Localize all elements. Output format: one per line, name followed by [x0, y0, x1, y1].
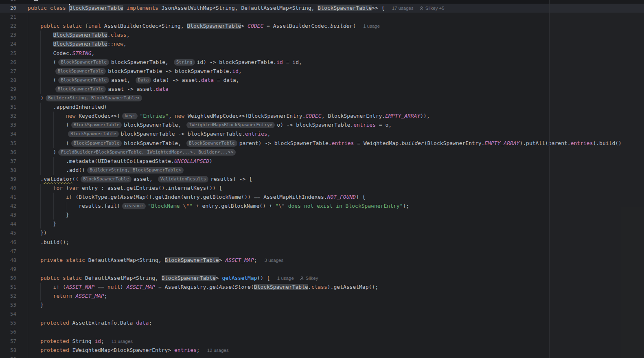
code-token[interactable]: ( — [53, 59, 57, 65]
inlay-type-hint-chip[interactable]: BlockSpawnerTable — [71, 122, 122, 128]
code-line[interactable]: 24BlockSpawnerTable::new, — [0, 40, 644, 48]
static-method-token[interactable]: getAssetMap — [110, 194, 145, 200]
code-token[interactable]: ).build() — [593, 140, 621, 146]
code-line[interactable]: 41if (BlockType.getAssetMap().getIndex(e… — [0, 193, 644, 202]
line-number[interactable]: 32 — [0, 112, 27, 121]
code-token[interactable]: .appendInherited( — [53, 104, 107, 110]
keyword-token[interactable]: null — [107, 284, 120, 290]
static-field-token[interactable]: STRING — [72, 50, 92, 56]
field-token[interactable]: data — [136, 320, 149, 326]
code-line-content[interactable]: BlockSpawnerTable.class, — [27, 31, 644, 40]
code-line-content[interactable]: )FieldBuilder<BlockSpawnerTable, IWeight… — [27, 148, 644, 157]
code-line-content[interactable]: new KeyedCodec<>(key:"Entries", new Weig… — [27, 112, 644, 121]
keyword-token[interactable]: for — [53, 185, 63, 191]
code-token[interactable]: ) — [120, 284, 127, 290]
code-token[interactable]: KeyedCodec<>( — [75, 113, 120, 119]
usages-annotation[interactable]: 3 usages — [265, 258, 284, 263]
code-token[interactable]: ).putAll(parent. — [519, 140, 570, 146]
code-token[interactable]: )), — [420, 113, 429, 119]
code-token[interactable] — [63, 257, 66, 263]
code-line-content[interactable] — [27, 247, 644, 256]
code-token[interactable]: results) -> { — [210, 176, 252, 182]
highlighted-identifier-token[interactable]: BlockSpawnerTable — [162, 275, 216, 281]
code-token[interactable]: . — [40, 176, 44, 182]
code-token[interactable]: ( — [353, 23, 356, 29]
code-token[interactable]: ).getAssetMap(); — [327, 284, 378, 290]
code-line[interactable]: 23BlockSpawnerTable.class, — [0, 31, 644, 40]
line-number[interactable]: 47 — [0, 247, 27, 256]
inlay-type-hint-chip[interactable]: ValidationResults — [158, 176, 209, 182]
line-number[interactable]: 50 — [0, 274, 27, 283]
code-line-content[interactable]: protected String id;11 usages — [27, 337, 644, 346]
inlay-type-hint-chip[interactable]: IWeightedMap<BlockSpawnerEntry> — [186, 122, 275, 128]
code-token[interactable]: ( — [53, 77, 57, 83]
code-line-content[interactable]: }) — [27, 228, 644, 237]
line-number[interactable]: 52 — [0, 292, 27, 301]
code-line[interactable]: 58protected IWeightedMap<BlockSpawnerEnt… — [0, 346, 644, 355]
code-token[interactable]: blockSpawnerTable, — [111, 59, 172, 65]
code-line[interactable]: 51if (ASSET_MAP == null) ASSET_MAP = Ass… — [0, 283, 644, 292]
code-line[interactable]: 55protected AssetExtraInfo.Data data; — [0, 318, 644, 327]
code-line[interactable]: 25Codec.STRING, — [0, 49, 644, 58]
usages-annotation[interactable]: 1 usage — [277, 276, 294, 281]
highlighted-identifier-token[interactable]: BlockSpawnerTable — [69, 5, 123, 11]
code-token[interactable]: blockSpawnerTable -> blockSpawnerTable. — [108, 68, 232, 74]
inlay-type-hint-chip[interactable]: String — [174, 59, 195, 66]
code-token[interactable]: > — [241, 23, 248, 29]
line-number[interactable]: 34 — [0, 130, 27, 138]
code-line[interactable]: 35(BlockSpawnerTableblockSpawnerTable, B… — [0, 139, 644, 148]
line-number[interactable]: 42 — [0, 202, 27, 211]
line-number[interactable]: 56 — [0, 327, 27, 336]
code-line[interactable]: 48private static DefaultAssetMap<String,… — [0, 256, 644, 265]
code-line-content[interactable]: (BlockSpawnerTableblockSpawnerTable, Blo… — [27, 139, 644, 148]
code-line-content[interactable]: .appendInherited( — [27, 103, 644, 112]
code-line[interactable]: 40for (var entry : asset.getEntries().in… — [0, 184, 644, 193]
code-token[interactable]: o) -> blockSpawnerTable. — [277, 122, 353, 128]
code-line-content[interactable]: protected IWeightedMap<BlockSpawnerEntry… — [27, 346, 644, 355]
line-number[interactable]: 28 — [0, 76, 27, 85]
code-line[interactable]: 21 — [0, 13, 644, 22]
code-token[interactable]: WeightedMapCodec<>(BlockSpawnerEntry. — [184, 113, 305, 119]
code-line[interactable]: 26(BlockSpawnerTableblockSpawnerTable, S… — [0, 58, 644, 67]
field-token[interactable]: entries — [332, 140, 354, 146]
code-token[interactable]: = o, — [376, 122, 392, 128]
code-token[interactable]: String — [69, 338, 95, 344]
code-line[interactable]: 53} — [0, 301, 644, 310]
inlay-type-hint-chip[interactable]: FieldBuilder<BlockSpawnerTable, IWeighte… — [58, 149, 236, 156]
code-line-content[interactable] — [27, 327, 644, 336]
inlay-type-hint-chip[interactable]: BlockSpawnerTable — [81, 176, 131, 182]
line-number[interactable]: 58 — [0, 346, 27, 355]
code-token[interactable]: , — [123, 41, 127, 47]
keyword-token[interactable]: static — [63, 275, 82, 281]
code-line[interactable]: 33(BlockSpawnerTableblockSpawnerTable, I… — [0, 121, 644, 130]
code-line[interactable]: 29BlockSpawnerTableasset -> asset.data — [0, 85, 644, 94]
code-line-content[interactable] — [27, 310, 644, 318]
usages-annotation[interactable]: 11 usages — [112, 339, 133, 344]
code-token[interactable]: >> { — [372, 5, 384, 11]
code-token[interactable]: asset -> asset. — [108, 86, 156, 92]
inlay-parameter-hint-chip[interactable]: key: — [122, 113, 138, 119]
code-token[interactable]: AssetBuilderCodec<String, — [101, 23, 187, 29]
static-field-token[interactable]: EMPTY_ARRAY — [385, 113, 420, 119]
author-annotation[interactable]: Slikey — [300, 276, 318, 281]
code-token[interactable]: results.fail( — [79, 203, 120, 209]
keyword-token[interactable]: new — [175, 113, 184, 119]
code-token[interactable]: ) — [53, 149, 57, 155]
code-token[interactable]: , — [267, 131, 271, 137]
code-line-content[interactable]: protected AssetExtraInfo.Data data; — [27, 318, 644, 327]
static-method-token[interactable]: builder — [402, 140, 424, 146]
keyword-token[interactable]: if — [53, 284, 60, 290]
line-number[interactable]: 48 — [0, 256, 27, 265]
code-token[interactable]: IWeightedMap<BlockSpawnerEntry> — [69, 347, 174, 353]
code-token[interactable]: (BlockType. — [72, 194, 111, 200]
code-line-content[interactable]: BlockSpawnerTableasset -> asset.data — [27, 85, 644, 94]
code-line[interactable]: 42results.fail(reason:"BlockName \"" + e… — [0, 202, 644, 211]
code-line-content[interactable] — [27, 355, 644, 358]
code-token[interactable] — [59, 275, 63, 281]
code-line[interactable]: 59 — [0, 355, 644, 358]
static-field-token[interactable]: EMPTY_ARRAY — [484, 140, 519, 146]
keyword-token[interactable]: var — [69, 185, 79, 191]
line-number[interactable]: 44 — [0, 220, 27, 228]
field-token[interactable]: entries — [353, 122, 376, 128]
field-token[interactable]: entries — [174, 347, 197, 353]
